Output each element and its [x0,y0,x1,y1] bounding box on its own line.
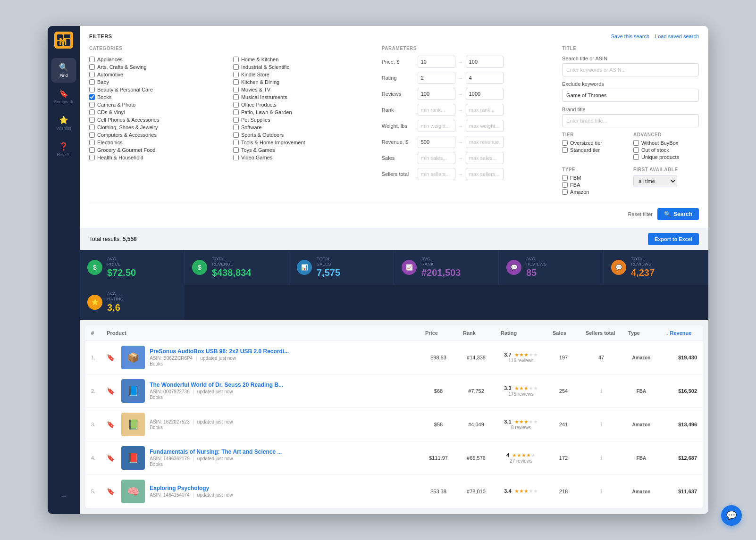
category-movies[interactable]: Movies & TV [233,86,372,93]
category-grocery[interactable]: Grocery & Gourmet Food [89,146,228,154]
search-button[interactable]: 🔍 Search [657,208,699,220]
chat-button[interactable]: 💬 [721,505,742,526]
category-cellphones-checkbox[interactable] [89,117,95,123]
category-toys[interactable]: Toys & Games [233,146,372,154]
category-office[interactable]: Office Products [233,101,372,108]
category-kindle-checkbox[interactable] [233,72,239,77]
category-home-checkbox[interactable] [233,57,239,62]
category-beauty[interactable]: Beauty & Personal Care [89,86,228,93]
category-baby[interactable]: Baby [89,78,228,86]
category-patio[interactable]: Patio, Lawn & Garden [233,108,372,116]
col-sales[interactable]: Sales [547,325,580,341]
tier-oversized[interactable]: Oversized tier [562,140,628,146]
bookmark-btn[interactable]: 🔖 [107,354,115,361]
category-camera-checkbox[interactable] [89,102,95,108]
category-automotive[interactable]: Automotive [89,71,228,78]
reset-filter-button[interactable]: Reset filter [628,208,653,220]
param-rating-max[interactable] [466,72,504,84]
adv-outofstock[interactable]: Out of stock [633,147,699,153]
category-clothing[interactable]: Clothing, Shoes & Jewelry [89,124,228,131]
sidebar-item-wishlist[interactable]: ⭐ Wishlist [51,111,76,135]
category-tools[interactable]: Tools & Home Improvement [233,139,372,146]
product-title[interactable]: The Wonderful World of Dr. Seuss 20 Read… [150,382,283,388]
category-patio-checkbox[interactable] [233,109,239,115]
product-title[interactable]: PreSonus AudioBox USB 96: 2x2 USB 2.0 Re… [150,348,289,355]
save-search-button[interactable]: Save this search [611,33,649,39]
category-automotive-checkbox[interactable] [89,72,95,77]
param-price-min[interactable] [418,56,455,68]
param-revenue-max[interactable] [466,136,504,148]
category-industrial-checkbox[interactable] [233,64,239,70]
param-reviews-min[interactable] [418,88,455,100]
adv-buybox-checkbox[interactable] [633,140,639,146]
tier-standard[interactable]: Standard tier [562,147,628,153]
first-available-select[interactable]: all time last 30 days last 90 days last … [633,175,677,187]
param-sellers-min[interactable] [418,168,455,180]
product-title[interactable]: Exploring Psychology [150,485,233,491]
category-cds[interactable]: CDs & Vinyl [89,108,228,116]
category-baby-checkbox[interactable] [89,79,95,85]
type-fbm[interactable]: FBM [562,175,628,181]
bookmark-btn[interactable]: 🔖 [107,387,115,395]
sidebar-item-help[interactable]: ❓ Help AI [51,137,76,162]
category-pet[interactable]: Pet Supplies [233,116,372,124]
bookmark-btn[interactable]: 🔖 [107,421,115,428]
category-camera[interactable]: Camera & Photo [89,101,228,108]
category-office-checkbox[interactable] [233,102,239,108]
type-fba[interactable]: FBA [562,182,628,188]
param-weight-min[interactable] [418,120,455,132]
category-appliances-checkbox[interactable] [89,57,95,62]
category-toys-checkbox[interactable] [233,147,239,153]
category-software[interactable]: Software [233,124,372,131]
category-sports-checkbox[interactable] [233,132,239,138]
title-brand-input[interactable] [562,114,699,127]
category-cellphones[interactable]: Cell Phones & Accessories [89,116,228,124]
category-tools-checkbox[interactable] [233,140,239,145]
load-search-button[interactable]: Load saved search [655,33,699,39]
type-amazon-checkbox[interactable] [562,189,568,195]
category-kitchen-checkbox[interactable] [233,79,239,85]
param-rating-min[interactable] [418,72,455,84]
param-rank-max[interactable] [466,104,504,116]
param-sales-min[interactable] [418,152,455,164]
category-video[interactable]: Video Games [233,154,372,161]
category-pet-checkbox[interactable] [233,117,239,123]
adv-buybox[interactable]: Without BuyBox [633,140,699,146]
param-weight-max[interactable] [466,120,504,132]
category-beauty-checkbox[interactable] [89,87,95,92]
category-kitchen[interactable]: Kitchen & Dining [233,78,372,86]
col-rank[interactable]: Rank [457,325,495,341]
category-music-checkbox[interactable] [233,94,239,100]
export-button[interactable]: Export to Excel [648,233,699,245]
category-computers-checkbox[interactable] [89,132,95,138]
category-arts[interactable]: Arts, Crafts & Sewing [89,63,228,71]
category-movies-checkbox[interactable] [233,87,239,92]
category-books[interactable]: Books [89,93,228,101]
category-electronics-checkbox[interactable] [89,140,95,145]
sidebar-item-bookmark[interactable]: 🔖 Bookmark [51,84,76,109]
category-home[interactable]: Home & Kitchen [233,56,372,63]
param-rank-min[interactable] [418,104,455,116]
param-reviews-max[interactable] [466,88,504,100]
category-video-checkbox[interactable] [233,155,239,160]
sidebar-item-logout[interactable]: → [51,484,76,508]
category-sports[interactable]: Sports & Outdoors [233,131,372,139]
col-revenue[interactable]: ↓ Revenue [660,325,703,341]
type-amazon[interactable]: Amazon [562,189,628,195]
category-industrial[interactable]: Industrial & Scientific [233,63,372,71]
category-appliances[interactable]: Appliances [89,56,228,63]
category-health-checkbox[interactable] [89,155,95,160]
title-exclude-input[interactable] [562,89,699,102]
tier-standard-checkbox[interactable] [562,147,568,153]
category-kindle[interactable]: Kindle Store [233,71,372,78]
param-sales-max[interactable] [466,152,504,164]
category-software-checkbox[interactable] [233,125,239,130]
adv-outofstock-checkbox[interactable] [633,147,639,153]
param-price-max[interactable] [466,56,504,68]
category-clothing-checkbox[interactable] [89,125,95,130]
category-music[interactable]: Musical Instruments [233,93,372,101]
product-title[interactable]: Fundamentals of Nursing: The Art and Sci… [150,449,282,455]
bookmark-btn[interactable]: 🔖 [107,454,115,462]
tier-oversized-checkbox[interactable] [562,140,568,146]
adv-unique[interactable]: Unique products [633,154,699,160]
